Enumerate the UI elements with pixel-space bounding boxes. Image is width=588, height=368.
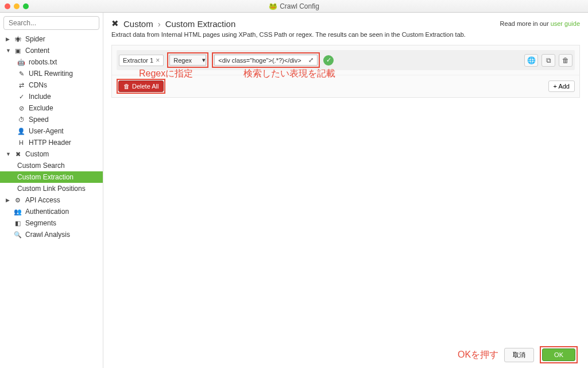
- sidebar-item-label: Segments: [25, 219, 56, 227]
- window-controls[interactable]: [5, 3, 29, 9]
- search-container: [3, 16, 99, 30]
- caret-icon: ▶: [6, 197, 10, 203]
- sidebar-item-include[interactable]: ✓Include: [0, 91, 103, 102]
- sidebar-item-custom-extraction[interactable]: Custom Extraction: [0, 171, 103, 183]
- item-icon: 👤: [17, 128, 25, 135]
- ok-button[interactable]: OK: [542, 348, 575, 361]
- sidebar-item-label: Content: [25, 47, 49, 55]
- item-icon: 🕷: [14, 36, 22, 43]
- sidebar-item-label: Authentication: [25, 208, 69, 216]
- sidebar-item-custom-search[interactable]: Custom Search: [0, 160, 103, 171]
- breadcrumb-root: Custom: [123, 19, 153, 29]
- dialog-footer: OKを押す 取消 OK: [111, 342, 580, 363]
- close-dot[interactable]: [5, 3, 10, 9]
- sidebar-item-content[interactable]: ▼▣Content: [0, 45, 103, 56]
- sidebar-item-label: robots.txt: [29, 58, 57, 66]
- sidebar-item-label: CDNs: [29, 81, 47, 89]
- annotation-pattern: 検索したい表現を記載: [243, 68, 335, 80]
- item-icon: ✓: [17, 93, 25, 101]
- sidebar-item-spider[interactable]: ▶🕷Spider: [0, 33, 103, 45]
- expand-icon[interactable]: ⤢: [308, 56, 314, 64]
- add-button[interactable]: + Add: [548, 80, 575, 92]
- delete-all-button[interactable]: 🗑 Delete All: [118, 80, 164, 92]
- sidebar-item-label: User-Agent: [29, 127, 64, 135]
- caret-icon: ▶: [6, 36, 10, 42]
- sidebar-item-label: Crawl Analysis: [25, 231, 70, 239]
- sidebar-item-label: Custom Extraction: [17, 173, 74, 181]
- sidebar-item-segments[interactable]: ◧Segments: [0, 217, 103, 229]
- pattern-value: <div class="hoge">(.*?)</div>: [218, 57, 301, 64]
- delete-all-label: Delete All: [132, 83, 158, 90]
- window-title: 🐸 Crawl Config: [269, 2, 319, 10]
- sidebar-item-label: Custom: [25, 150, 49, 158]
- mode-value: Regex: [173, 57, 192, 64]
- sidebar-item-custom-link-positions[interactable]: Custom Link Positions: [0, 183, 103, 194]
- readmore-prefix: Read more in our: [500, 20, 551, 27]
- breadcrumb-sep: ›: [158, 19, 161, 29]
- breadcrumb: ✖ Custom › Custom Extraction Read more i…: [111, 18, 580, 29]
- item-icon: ⏱: [17, 116, 25, 123]
- search-input[interactable]: [3, 16, 99, 30]
- sidebar-item-url-rewriting[interactable]: ✎URL Rewriting: [0, 68, 103, 79]
- sidebar-item-exclude[interactable]: ⊘Exclude: [0, 102, 103, 114]
- sidebar-item-cdns[interactable]: ⇄CDNs: [0, 79, 103, 91]
- pattern-input[interactable]: <div class="hoge">(.*?)</div> ⤢: [214, 55, 318, 66]
- sidebar-item-crawl-analysis[interactable]: 🔍Crawl Analysis: [0, 229, 103, 240]
- item-icon: H: [17, 139, 25, 146]
- sidebar-item-custom[interactable]: ▼✖Custom: [0, 148, 103, 160]
- user-guide-link[interactable]: user guide: [551, 20, 580, 27]
- minimize-dot[interactable]: [14, 3, 20, 9]
- delete-row-button[interactable]: 🗑: [559, 54, 572, 67]
- item-icon: ✎: [17, 70, 25, 78]
- caret-icon: ▼: [6, 151, 10, 157]
- sidebar-item-label: Custom Search: [17, 162, 65, 170]
- mode-select[interactable]: Regex ▾: [169, 55, 206, 66]
- item-icon: ⇄: [17, 82, 25, 89]
- window-title-text: Crawl Config: [280, 2, 319, 10]
- extractor-name: Extractor 1: [123, 57, 153, 64]
- sidebar-item-label: Spider: [25, 35, 45, 43]
- sidebar-item-label: API Access: [25, 196, 60, 204]
- sidebar-item-label: HTTP Header: [29, 139, 71, 147]
- item-icon: 🔍: [14, 231, 22, 239]
- app-icon: 🐸: [269, 2, 277, 10]
- extractor-name-chip[interactable]: Extractor 1 ×: [119, 55, 164, 66]
- sidebar-item-http-header[interactable]: HHTTP Header: [0, 137, 103, 148]
- copy-button[interactable]: ⧉: [541, 54, 555, 67]
- zoom-dot[interactable]: [23, 3, 29, 9]
- extractor-row: Extractor 1 × Regex ▾ <div class="hoge">…: [117, 50, 575, 70]
- item-icon: ◧: [14, 220, 22, 227]
- valid-icon: ✓: [323, 55, 334, 66]
- clear-name-icon[interactable]: ×: [156, 56, 160, 64]
- breadcrumb-current: Custom Extraction: [165, 19, 236, 29]
- titlebar: 🐸 Crawl Config: [0, 0, 588, 13]
- annotation-regex: Regexに指定: [139, 68, 193, 80]
- tools-icon: ✖: [111, 18, 119, 29]
- item-icon: ⚙: [14, 197, 22, 204]
- item-icon: ▣: [14, 47, 22, 55]
- caret-icon: ▼: [6, 48, 10, 53]
- sidebar-item-label: Custom Link Positions: [17, 185, 86, 193]
- annotation-ok: OKを押す: [458, 349, 498, 361]
- item-icon: ⊘: [17, 105, 25, 112]
- sidebar-item-label: Speed: [29, 116, 49, 124]
- sidebar-item-label: Exclude: [29, 104, 53, 112]
- sidebar-tree: ▶🕷Spider▼▣Content🤖robots.txt✎URL Rewriti…: [0, 33, 103, 368]
- readmore: Read more in our user guide: [500, 20, 580, 27]
- item-icon: 🤖: [17, 59, 25, 66]
- main-panel: ✖ Custom › Custom Extraction Read more i…: [103, 13, 588, 368]
- sidebar-item-user-agent[interactable]: 👤User-Agent: [0, 125, 103, 137]
- sidebar-item-authentication[interactable]: 👥Authentication: [0, 206, 103, 217]
- trash-icon: 🗑: [123, 83, 130, 90]
- sidebar-item-api-access[interactable]: ▶⚙API Access: [0, 194, 103, 206]
- sidebar-item-label: Include: [29, 93, 51, 101]
- globe-button[interactable]: 🌐: [524, 54, 538, 67]
- sidebar-item-speed[interactable]: ⏱Speed: [0, 114, 103, 125]
- item-icon: 👥: [14, 208, 22, 216]
- chevron-down-icon: ▾: [202, 56, 206, 64]
- sidebar-item-robots-txt[interactable]: 🤖robots.txt: [0, 56, 103, 68]
- item-icon: ✖: [14, 151, 22, 158]
- sidebar: ▶🕷Spider▼▣Content🤖robots.txt✎URL Rewriti…: [0, 13, 103, 368]
- cancel-button[interactable]: 取消: [504, 348, 534, 362]
- sidebar-item-label: URL Rewriting: [29, 70, 73, 78]
